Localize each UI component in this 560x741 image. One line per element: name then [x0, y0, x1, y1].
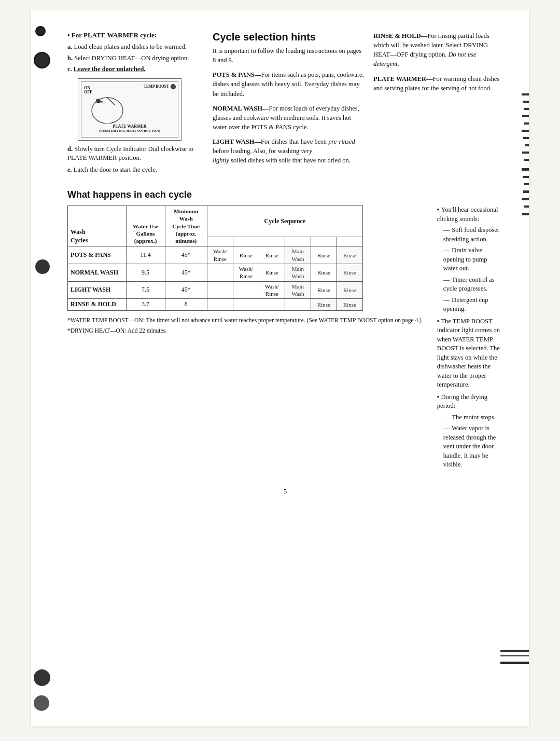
row-gallons-pots: 11.4	[126, 246, 165, 264]
seq-pots-5: Rinse	[311, 246, 337, 264]
seq-normal-4: MainWash	[285, 264, 311, 282]
left-margin-footer1	[34, 669, 50, 686]
light-wash-para: LIGHT WASH—For dishes that have been pre…	[213, 137, 366, 165]
list-item-b: b. Select DRYING HEAT—ON drying option.	[67, 54, 202, 63]
dial-arc-svg	[87, 90, 128, 124]
row-name-normal: NORMAL WASH	[68, 264, 127, 282]
top-section: • For PLATE WARMER cycle: a. Load clean …	[67, 31, 503, 176]
seq-pots-4: MainWash	[285, 246, 311, 264]
temp-boost-indicator: TEMP BOOST	[144, 84, 176, 89]
margin-circle-mid	[35, 259, 50, 274]
temp-boost-circle	[171, 84, 176, 89]
list-item-d: d. Slowly turn Cycle Indicator Dial cloc…	[67, 145, 202, 163]
seq-rinse-4	[285, 299, 311, 311]
row-name-rinse: RINSE & HOLD	[68, 299, 127, 311]
what-happens-title: What happens in each cycle	[67, 189, 503, 200]
dash-disposer: Soft food disposer shredding action.	[437, 226, 503, 244]
row-time-pots: 45*	[165, 246, 207, 264]
temp-boost-label: TEMP BOOST	[144, 84, 169, 89]
seq-pots-1: Wash/Rinse	[207, 246, 233, 264]
page: • For PLATE WARMER cycle: a. Load clean …	[31, 10, 529, 726]
dash-timer: Timer control as cycle progresses.	[437, 276, 503, 294]
footnote-2: *DRYING HEAT—ON: Add 22 minutes.	[67, 326, 422, 335]
normal-wash-para: NORMAL WASH—For most loads of everyday d…	[213, 104, 366, 132]
seq-rinse-5: Rinse	[311, 299, 337, 311]
dishwasher-diagram: TEMP BOOST ON OFF ON	[78, 78, 181, 141]
row-gallons-light: 7.5	[126, 281, 165, 299]
seq-col-5	[311, 237, 337, 246]
seq-pots-6: Rinse	[337, 246, 362, 264]
dash-motor: The motor stops.	[437, 413, 503, 422]
col-cycle-sequence: Cycle Sequence	[207, 206, 362, 237]
table-row-light-wash: LIGHT WASH 7.5 45* Wash/Rinse MainWash R…	[68, 281, 363, 299]
seq-col-3	[259, 237, 285, 246]
svg-point-0	[92, 98, 123, 124]
left-margin-top	[35, 26, 46, 36]
seq-col-1	[207, 237, 233, 246]
seq-normal-6: Rinse	[337, 264, 362, 282]
page-number: 5	[67, 487, 503, 496]
seq-rinse-2	[233, 299, 259, 311]
cycle-table: WashCycles Water UseGallons(approx.) Min…	[67, 205, 363, 311]
dash-drain: Drain valve opening to pump water out.	[437, 246, 503, 273]
plate-warmer-para: PLATE WARMER—For warming clean dishes an…	[373, 74, 503, 93]
seq-light-1	[207, 281, 233, 299]
row-time-rinse: 8	[165, 299, 207, 311]
rinse-hold-para: RINSE & HOLD—For rinsing partial loads w…	[373, 31, 503, 69]
left-margin-footer2	[34, 695, 49, 711]
plate-warmer-diagram-label: PLATE WARMER (PUSH DRYING HEAT ON BUTTON…	[99, 124, 160, 133]
left-margin-bottom	[35, 259, 50, 274]
right-column: RINSE & HOLD—For rinsing partial loads w…	[373, 31, 503, 176]
bullet-clicking: You'll hear occasional clicking sounds:	[437, 205, 503, 224]
row-name-pots: POTS & PANS	[68, 246, 127, 264]
cycle-hints-intro: It is important to follow the loading in…	[213, 46, 366, 65]
seq-normal-1	[207, 264, 233, 282]
seq-col-2	[233, 237, 259, 246]
col-cycle-time: MinimumWashCycle Time(approx.minutes)	[165, 206, 207, 246]
right-bullets-container: You'll hear occasional clicking sounds: …	[432, 205, 503, 472]
pots-pans-para: POTS & PANS—For items such as pots, pans…	[213, 70, 366, 98]
right-tabs-bottom	[500, 650, 529, 664]
diagram-inner: TEMP BOOST ON OFF ON	[81, 81, 178, 138]
bullet-drying: During the drying period:	[437, 393, 503, 411]
plate-warmer-list-2: d. Slowly turn Cycle Indicator Dial cloc…	[67, 145, 202, 175]
seq-normal-2: Wash/Rinse	[233, 264, 259, 282]
plate-warmer-title: • For PLATE WARMER cycle:	[67, 31, 202, 39]
right-tabs-top	[522, 93, 529, 215]
table-row-pots-pans: POTS & PANS 11.4 45* Wash/Rinse Rinse Ri…	[68, 246, 363, 264]
row-gallons-rinse: 3.7	[126, 299, 165, 311]
seq-light-5: Rinse	[311, 281, 337, 299]
margin-bullet-1	[35, 26, 46, 36]
cycle-hints-title: Cycle selection hints	[213, 31, 366, 43]
footnote-1: *WATER TEMP BOOST—ON: The timer will not…	[67, 316, 422, 324]
col-wash-cycles: WashCycles	[68, 206, 127, 246]
middle-column: Cycle selection hints It is important to…	[213, 31, 373, 176]
left-column: • For PLATE WARMER cycle: a. Load clean …	[67, 31, 213, 176]
list-item-a: a. Load clean plates and dishes to be wa…	[67, 43, 202, 52]
seq-light-3: Wash/Rinse	[259, 281, 285, 299]
plate-warmer-list: a. Load clean plates and dishes to be wa…	[67, 43, 202, 74]
dash-vapor: Water vapor is released through the vent…	[437, 424, 503, 470]
seq-col-4	[285, 237, 311, 246]
list-item-e: e. Latch the door to start the cycle.	[67, 166, 202, 175]
left-margin-mid	[34, 52, 50, 68]
seq-light-2	[233, 281, 259, 299]
table-row-rinse-hold: RINSE & HOLD 3.7 8 Rinse Rinse	[68, 299, 363, 311]
row-time-normal: 45*	[165, 264, 207, 282]
seq-light-6: Rinse	[337, 281, 362, 299]
what-happens-content: WashCycles Water UseGallons(approx.) Min…	[67, 205, 503, 472]
seq-normal-5: Rinse	[311, 264, 337, 282]
seq-rinse-1	[207, 299, 233, 311]
sounds-list: You'll hear occasional clicking sounds: …	[437, 205, 503, 470]
table-row-normal-wash: NORMAL WASH 9.5 45* Wash/Rinse Rinse Mai…	[68, 264, 363, 282]
col-water-use: Water UseGallons(approx.)	[126, 206, 165, 246]
seq-pots-3: Rinse	[259, 246, 285, 264]
row-gallons-normal: 9.5	[126, 264, 165, 282]
row-time-light: 45*	[165, 281, 207, 299]
margin-circle-large	[34, 52, 50, 68]
list-item-c: c. Leave the door unlatched.	[67, 65, 202, 74]
seq-rinse-3	[259, 299, 285, 311]
margin-circle-footer1	[34, 669, 50, 686]
seq-normal-3: Rinse	[259, 264, 285, 282]
row-name-light: LIGHT WASH	[68, 281, 127, 299]
